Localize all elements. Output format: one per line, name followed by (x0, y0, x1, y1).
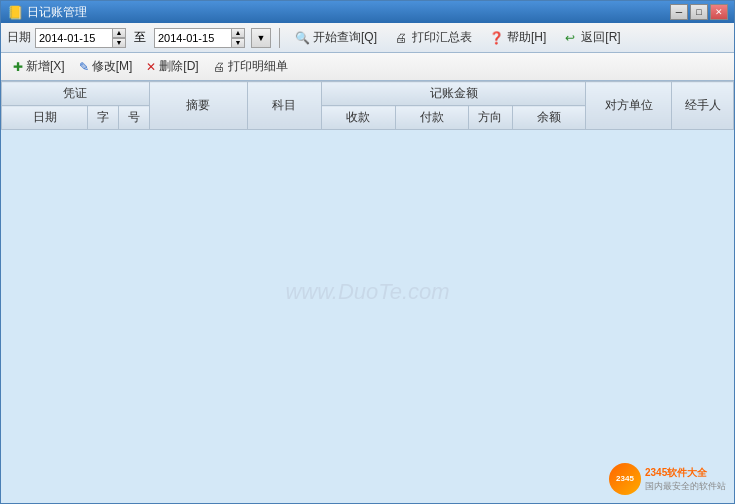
between-label: 至 (134, 29, 146, 46)
badge-logo-icon: 2345 (609, 463, 641, 495)
table-container[interactable]: 凭证 摘要 科目 记账金额 对方单位 经手人 日期 字 号 收款 付款 方向 (1, 81, 734, 503)
edit-icon: ✎ (79, 60, 89, 74)
main-content: 凭证 摘要 科目 记账金额 对方单位 经手人 日期 字 号 收款 付款 方向 (1, 81, 734, 503)
date-from-input[interactable] (35, 28, 113, 48)
date-from-spin: ▲ ▼ (112, 28, 126, 48)
toolbar2: ✚ 新增[X] ✎ 修改[M] ✕ 删除[D] 🖨 打印明细单 (1, 53, 734, 81)
empty-row (2, 130, 734, 430)
col-subject: 科目 (248, 82, 322, 130)
print-summary-icon: 🖨 (393, 30, 409, 46)
col-balance: 余额 (512, 106, 586, 130)
title-controls: ─ □ ✕ (670, 4, 728, 20)
col-summary: 摘要 (149, 82, 247, 130)
col-handler: 经手人 (672, 82, 734, 130)
data-table: 凭证 摘要 科目 记账金额 对方单位 经手人 日期 字 号 收款 付款 方向 (1, 81, 734, 430)
minimize-button[interactable]: ─ (670, 4, 688, 20)
help-button[interactable]: ❓ 帮助[H] (482, 27, 552, 49)
new-icon: ✚ (13, 60, 23, 74)
date-to-down[interactable]: ▼ (231, 38, 245, 48)
col-char: 字 (88, 106, 119, 130)
search-icon: 🔍 (294, 30, 310, 46)
new-label: 新增[X] (26, 58, 65, 75)
date-to-input[interactable] (154, 28, 232, 48)
date-to-spin: ▲ ▼ (231, 28, 245, 48)
col-num: 号 (118, 106, 149, 130)
print-detail-button[interactable]: 🖨 打印明细单 (207, 56, 294, 77)
table-body (2, 130, 734, 430)
title-icon: 📒 (7, 4, 23, 20)
main-window: 📒 日记账管理 ─ □ ✕ 日期 ▲ ▼ 至 ▲ ▼ ▼ (0, 0, 735, 504)
col-counterpart: 对方单位 (586, 82, 672, 130)
edit-label: 修改[M] (92, 58, 133, 75)
col-direction: 方向 (469, 106, 512, 130)
help-icon: ❓ (488, 30, 504, 46)
badge-subtitle: 国内最安全的软件站 (645, 480, 726, 493)
date-dropdown-button[interactable]: ▼ (251, 28, 271, 48)
col-voucher: 凭证 (2, 82, 150, 106)
new-button[interactable]: ✚ 新增[X] (7, 56, 71, 77)
date-label: 日期 (7, 29, 31, 46)
close-button[interactable]: ✕ (710, 4, 728, 20)
query-button[interactable]: 🔍 开始查询[Q] (288, 27, 383, 49)
date-from-up[interactable]: ▲ (112, 28, 126, 38)
print-detail-icon: 🖨 (213, 60, 225, 74)
title-bar: 📒 日记账管理 ─ □ ✕ (1, 1, 734, 23)
edit-button[interactable]: ✎ 修改[M] (73, 56, 139, 77)
col-amount: 记账金额 (321, 82, 585, 106)
print-summary-button[interactable]: 🖨 打印汇总表 (387, 27, 478, 49)
help-label: 帮助[H] (507, 29, 546, 46)
query-label: 开始查询[Q] (313, 29, 377, 46)
back-button[interactable]: ↩ 返回[R] (556, 27, 626, 49)
toolbar-top: 日期 ▲ ▼ 至 ▲ ▼ ▼ 🔍 开始查询[Q] 🖨 打印汇总表 (1, 23, 734, 53)
delete-icon: ✕ (146, 60, 156, 74)
date-to-up[interactable]: ▲ (231, 28, 245, 38)
badge-title: 2345软件大全 (645, 466, 726, 480)
window-title: 日记账管理 (27, 4, 670, 21)
date-from-down[interactable]: ▼ (112, 38, 126, 48)
back-icon: ↩ (562, 30, 578, 46)
date-from-group: ▲ ▼ (35, 28, 126, 48)
delete-button[interactable]: ✕ 删除[D] (140, 56, 204, 77)
col-payment: 付款 (395, 106, 469, 130)
col-receipt: 收款 (321, 106, 395, 130)
separator-1 (279, 28, 280, 48)
delete-label: 删除[D] (159, 58, 198, 75)
date-to-group: ▲ ▼ (154, 28, 245, 48)
table-header-row-1: 凭证 摘要 科目 记账金额 对方单位 经手人 (2, 82, 734, 106)
maximize-button[interactable]: □ (690, 4, 708, 20)
back-label: 返回[R] (581, 29, 620, 46)
bottom-badge: 2345 2345软件大全 国内最安全的软件站 (609, 463, 726, 495)
print-summary-label: 打印汇总表 (412, 29, 472, 46)
col-date: 日期 (2, 106, 88, 130)
print-detail-label: 打印明细单 (228, 58, 288, 75)
